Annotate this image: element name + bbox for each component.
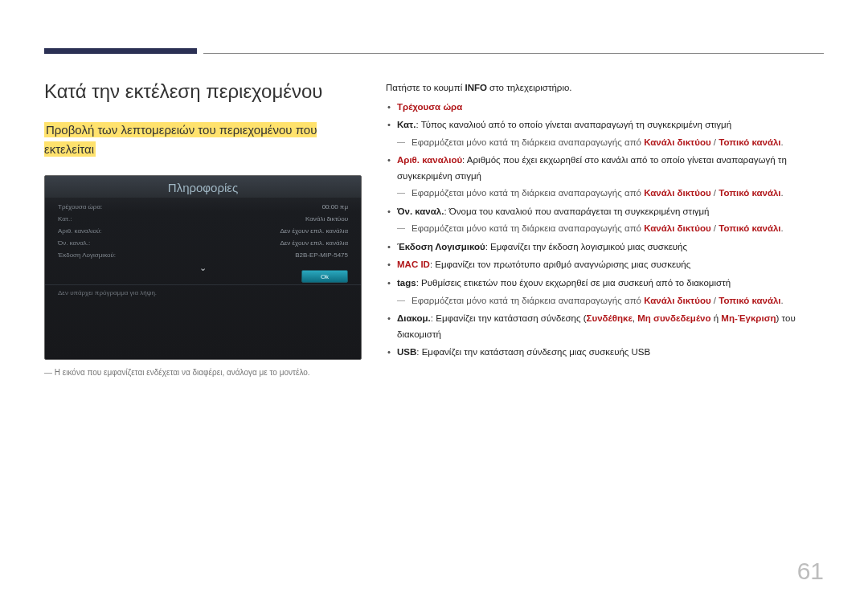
list-item: USB: Εμφανίζει την κατάσταση σύνδεσης μι… <box>386 345 824 361</box>
list-item: Αριθ. καναλιού: Αριθμός που έχει εκχωρηθ… <box>386 153 824 202</box>
device-info-panel: Πληροφορίες Τρέχουσα ώρα:00:00 πμ Κατ.:Κ… <box>44 175 362 360</box>
list-item: Τρέχουσα ώρα <box>386 100 824 116</box>
info-row: Έκδοση Λογισμικού:B2B-EP-MIP-5475 <box>58 249 348 261</box>
list-item: MAC ID: Εμφανίζει τον πρωτότυπο αριθμό α… <box>386 257 824 273</box>
info-row: Τρέχουσα ώρα:00:00 πμ <box>58 201 348 213</box>
section-title: Προβολή των λεπτομερειών του περιεχομένο… <box>44 122 317 157</box>
list-item: Όν. καναλ.: Όνομα του καναλιού που αναπα… <box>386 204 824 237</box>
list-item: tags: Ρυθμίσεις ετικετών που έχουν εκχωρ… <box>386 276 824 309</box>
header-rule <box>44 48 824 54</box>
ok-button[interactable]: Ok <box>301 270 348 283</box>
right-column: Πατήστε το κουμπί INFO στο τηλεχειριστήρ… <box>386 80 824 377</box>
device-panel-title: Πληροφορίες <box>45 176 361 198</box>
page-number: 61 <box>797 558 824 585</box>
info-row: Κατ.:Κανάλι δικτύου <box>58 213 348 225</box>
list-item: Έκδοση Λογισμικού: Εμφανίζει την έκδοση … <box>386 239 824 255</box>
list-item: Κατ.: Τύπος καναλιού από το οποίο γίνετα… <box>386 117 824 150</box>
sub-item: Εφαρμόζεται μόνο κατά τη διάρκεια αναπαρ… <box>397 135 824 151</box>
sub-item: Εφαρμόζεται μόνο κατά τη διάρκεια αναπαρ… <box>397 293 824 309</box>
page-title: Κατά την εκτέλεση περιεχομένου <box>44 80 362 103</box>
left-column: Κατά την εκτέλεση περιεχομένου Προβολή τ… <box>44 80 362 377</box>
device-footer-text: Δεν υπάρχει πρόγραμμα για λήψη. <box>45 284 361 300</box>
intro-line: Πατήστε το κουμπί INFO στο τηλεχειριστήρ… <box>386 80 824 96</box>
sub-item: Εφαρμόζεται μόνο κατά τη διάρκεια αναπαρ… <box>397 221 824 237</box>
list-item: Διακομ.: Εμφανίζει την κατάσταση σύνδεση… <box>386 311 824 342</box>
sub-item: Εφαρμόζεται μόνο κατά τη διάρκεια αναπαρ… <box>397 186 824 202</box>
info-row: Όν. καναλ.:Δεν έχουν επιλ. κανάλια <box>58 237 348 249</box>
image-disclaimer: Η εικόνα που εμφανίζεται ενδέχεται να δι… <box>44 368 362 377</box>
info-row: Αριθ. καναλιού:Δεν έχουν επιλ. κανάλια <box>58 225 348 237</box>
